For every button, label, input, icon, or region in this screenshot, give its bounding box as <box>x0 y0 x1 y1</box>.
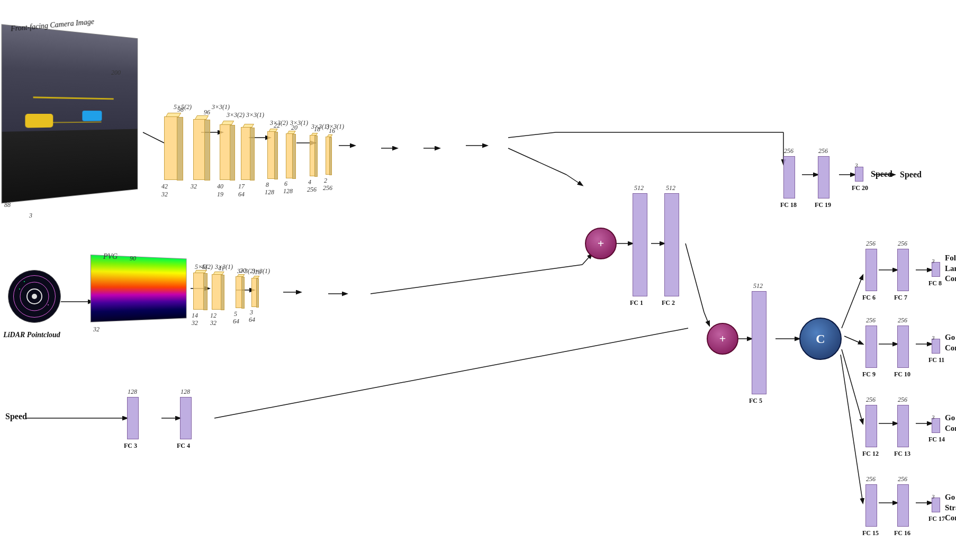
cam-conv8: 3×3(1) <box>326 123 344 131</box>
fc14-layer <box>932 418 940 433</box>
fc17-layer <box>932 498 940 512</box>
pvg-image <box>91 255 187 322</box>
svg-line-8 <box>508 132 556 138</box>
fc13-layer: 256 <box>897 405 909 447</box>
svg-line-25 <box>686 243 704 312</box>
fc11-layer <box>932 339 940 354</box>
fc12-label: FC 12 <box>862 450 879 458</box>
cam-conv1: 5×5(2) <box>174 103 192 111</box>
fc18-layer: 256 <box>783 156 795 198</box>
fc14-dim: 3 <box>932 414 935 420</box>
lidar-conv1: 5×5(2) <box>195 263 213 271</box>
cam-feat8: 2 256 16 <box>326 137 330 175</box>
cam-feat7: 4 256 18 <box>310 135 315 176</box>
cam-conv6: 3×3(1) <box>290 119 308 127</box>
lidar-feat2: 12 32 41 <box>212 274 221 310</box>
fc11-dim: 3 <box>932 335 935 341</box>
fc6-layer: 256 <box>865 249 877 291</box>
lidar-conv2: 3×3(1) <box>215 263 233 271</box>
go-straight-label: Go Straight Commands <box>945 492 956 523</box>
svg-text:Speed: Speed <box>900 170 922 179</box>
svg-line-26 <box>704 312 709 326</box>
fc3-layer: 128 <box>127 397 139 439</box>
fc9-layer: 256 <box>865 326 877 368</box>
cam-conv4: 3×3(1) <box>246 111 264 119</box>
c-node: C <box>799 318 842 360</box>
pvg-label: PVG <box>103 252 118 261</box>
fc6-label: FC 6 <box>862 294 876 302</box>
fc11-label: FC 11 <box>928 356 944 364</box>
lidar-image <box>8 270 61 323</box>
speed-output-label: Speed <box>871 169 892 179</box>
pvg-dim-32: 32 <box>93 326 100 333</box>
cam-feat1: 42 32 98 <box>164 116 177 180</box>
fc1-label: FC 1 <box>630 299 643 307</box>
fc18-label: FC 18 <box>780 201 797 209</box>
svg-line-32 <box>841 355 863 503</box>
fc3-label: FC 3 <box>124 442 137 450</box>
cam-dim-200: 200 <box>111 69 121 77</box>
fc5-layer: 512 <box>752 291 766 394</box>
fc10-label: FC 10 <box>894 371 910 378</box>
main-container: Speed Front-facing Camera Image 88 <box>0 0 956 560</box>
fc8-label: FC 8 <box>928 279 942 287</box>
pvg-dim-90: 90 <box>130 255 136 263</box>
fc8-layer <box>932 262 940 277</box>
fc16-label: FC 16 <box>894 529 910 537</box>
fc4-label: FC 4 <box>177 442 190 450</box>
cam-conv2: 3×3(1) <box>212 103 230 111</box>
cam-dim-88: 88 <box>4 201 11 209</box>
lidar-label: LiDAR Pointcloud <box>3 331 61 339</box>
fc20-label: FC 20 <box>852 184 868 192</box>
fc14-label: FC 14 <box>928 436 945 444</box>
svg-line-30 <box>844 336 863 344</box>
fc15-label: FC 15 <box>862 529 879 537</box>
go-left-label: Go Left Commands <box>945 413 956 433</box>
plus-node-1: + <box>585 228 617 259</box>
cam-feat5: 8 128 22 <box>267 131 275 179</box>
cam-dim-3: 3 <box>29 212 32 220</box>
cam-feat3: 40 19 <box>220 124 230 180</box>
fc20-dim: 3 <box>855 162 858 168</box>
lidar-feat4: 3 64 18 <box>251 278 257 307</box>
svg-line-12 <box>566 175 582 185</box>
go-right-label: Go Right Commands <box>945 332 956 353</box>
lidar-feat1: 14 32 43 <box>193 273 204 310</box>
svg-line-29 <box>842 275 863 328</box>
fc8-dim: 3 <box>932 258 935 264</box>
fc13-label: FC 13 <box>894 450 910 458</box>
fc9-label: FC 9 <box>862 371 876 378</box>
fc7-label: FC 7 <box>894 294 907 302</box>
fc19-label: FC 19 <box>815 201 831 209</box>
fc2-label: FC 2 <box>662 299 675 307</box>
svg-line-18 <box>371 265 582 294</box>
plus-node-2: + <box>707 323 738 355</box>
fc15-layer: 256 <box>865 484 877 527</box>
speed-input-label: Speed <box>5 412 27 421</box>
camera-image <box>2 24 138 203</box>
fc20-layer <box>855 167 863 182</box>
svg-line-31 <box>842 349 863 423</box>
cam-conv5: 3×3(2) <box>270 119 288 127</box>
lidar-conv4: 3×3(1) <box>252 267 270 275</box>
cam-conv3: 3×3(2) <box>227 111 245 119</box>
fc16-layer: 256 <box>897 484 909 527</box>
fc19-layer: 256 <box>818 156 829 198</box>
fc10-layer: 256 <box>897 326 909 368</box>
lidar-feat3: 5 64 20 <box>236 276 242 308</box>
fc1-layer: 512 <box>633 193 647 296</box>
cam-feat4: 17 64 <box>241 127 250 180</box>
cam-feat6: 6 128 20 <box>286 133 293 178</box>
svg-line-11 <box>508 148 566 175</box>
fc17-label: FC 17 <box>928 515 945 523</box>
fc7-layer: 256 <box>897 249 909 291</box>
cam-feat2: 32 96 <box>193 119 205 180</box>
svg-line-0 <box>143 132 164 143</box>
fc4-layer: 128 <box>180 397 192 439</box>
fc17-dim: 3 <box>932 493 935 500</box>
follow-lane-label: Follow Lane Commands <box>945 253 956 284</box>
svg-line-24 <box>214 328 688 418</box>
fc2-layer: 512 <box>664 193 679 296</box>
fc5-label: FC 5 <box>749 397 762 405</box>
fc12-layer: 256 <box>865 405 877 447</box>
